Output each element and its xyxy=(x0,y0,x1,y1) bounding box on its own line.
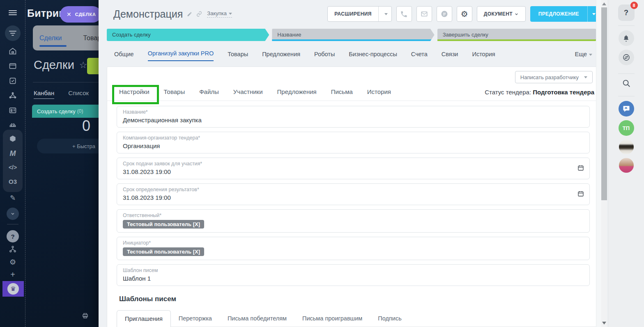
help-button[interactable]: ? 8 xyxy=(618,5,635,21)
user-chip[interactable]: Тестовый пользователь [X] xyxy=(123,220,204,229)
calendar-icon[interactable] xyxy=(577,190,584,199)
favorite-star-icon[interactable]: ☆ xyxy=(79,60,87,70)
onec-app-icon[interactable] xyxy=(437,6,452,22)
field-organizer-company[interactable]: Компания-организатор тендера* Организаци… xyxy=(117,132,590,153)
field-initiator[interactable]: Инициатор* Тестовый пользователь [X] xyxy=(117,237,590,260)
sign-icon[interactable]: ✎ xyxy=(0,194,25,202)
tender-tab-letters[interactable]: Письма xyxy=(331,88,353,95)
tpl-tab-invitations[interactable]: Приглашения xyxy=(117,310,171,327)
tab-proposals[interactable]: Предложения xyxy=(262,51,300,61)
tender-status: Статус тендера: Подготовка тендера xyxy=(485,89,594,96)
notifications-bell-button[interactable] xyxy=(619,30,634,46)
print-icon[interactable] xyxy=(82,312,89,321)
document-button[interactable]: ДОКУМЕНТ xyxy=(477,6,526,22)
tab-products[interactable]: Товары xyxy=(228,51,248,61)
marketing-icon[interactable]: M xyxy=(0,149,25,158)
call-button[interactable] xyxy=(396,6,412,22)
tab-more[interactable]: Еще xyxy=(575,51,592,61)
scrollbar-thumb[interactable] xyxy=(601,7,607,200)
tariff-crown-icon[interactable]: ♛ xyxy=(2,281,24,297)
stage-name[interactable]: Название xyxy=(272,29,434,41)
scroll-down-arrow[interactable] xyxy=(602,322,606,325)
tab-general[interactable]: Общие xyxy=(114,51,134,61)
tender-tab-proposals[interactable]: Предложения xyxy=(277,88,317,95)
menu-icon[interactable] xyxy=(0,9,25,16)
field-letter-template[interactable]: Шаблон писем Шаблон 1 xyxy=(117,264,590,286)
tab-products[interactable]: Товары xyxy=(83,34,99,42)
edit-pencil-icon[interactable] xyxy=(187,11,192,17)
deal-title[interactable]: Демонстрация xyxy=(113,8,183,20)
home-icon[interactable] xyxy=(0,47,25,55)
add-plus-icon[interactable]: + xyxy=(0,270,25,279)
field-application-deadline[interactable]: Срок подачи заявок для участия* 31.08.20… xyxy=(117,158,590,179)
deals-page-title: Сделки ☆ xyxy=(34,58,87,72)
tab-procurement-pro[interactable]: Организуй закупки PRO xyxy=(148,50,214,61)
vertical-scrollbar[interactable] xyxy=(601,0,607,327)
tender-tab-files[interactable]: Файлы xyxy=(199,88,219,95)
deal-category-selector[interactable]: Закупка xyxy=(207,10,232,18)
quick-deal-button[interactable]: + Быстра xyxy=(37,139,99,153)
tab-deals[interactable]: Сделки xyxy=(39,34,62,42)
user-chip[interactable]: Тестовый пользователь [X] xyxy=(123,247,204,256)
extensions-dropdown[interactable] xyxy=(378,7,391,21)
tab-business-processes[interactable]: Бизнес-процессы xyxy=(349,51,397,61)
settings-tab-highlight xyxy=(112,85,159,104)
proposal-split-button[interactable]: ПРЕДЛОЖЕНИЕ xyxy=(530,6,600,22)
stage-create-deal[interactable]: Создать сделку xyxy=(107,29,269,41)
network-icon[interactable] xyxy=(0,91,25,100)
code-icon[interactable]: </> xyxy=(0,164,25,171)
bitrix-logo[interactable]: Битрик xyxy=(27,7,64,19)
close-icon[interactable]: ✕ xyxy=(67,11,71,18)
divider xyxy=(618,96,635,96)
cube-icon[interactable] xyxy=(0,135,25,143)
view-tab-kanban[interactable]: Канбан xyxy=(34,89,54,99)
extensions-split-button[interactable]: РАСШИРЕНИЯ xyxy=(327,6,392,22)
helpdesk-icon[interactable]: ? xyxy=(0,230,25,242)
tpl-tab-rebidding[interactable]: Переторжка xyxy=(171,310,220,327)
sites-icon[interactable] xyxy=(0,62,25,70)
search-icon[interactable] xyxy=(622,79,631,89)
chat-avatar[interactable] xyxy=(619,139,634,154)
crm-card-icon[interactable] xyxy=(0,106,25,114)
o3-icon[interactable]: O3 xyxy=(0,178,25,185)
messenger-button[interactable] xyxy=(619,50,634,65)
email-button[interactable] xyxy=(416,6,432,22)
write-developer-button[interactable]: Написать разработчику xyxy=(515,71,593,83)
extensions-button[interactable]: РАСШИРЕНИЯ xyxy=(328,7,378,21)
tab-robots[interactable]: Роботы xyxy=(314,51,335,61)
slider-deal-chip[interactable]: ✕ СДЕЛКА xyxy=(60,6,101,23)
crm-section-tabs: Сделки Товары xyxy=(33,25,99,50)
tender-tab-participants[interactable]: Участники xyxy=(233,88,263,95)
add-deal-button[interactable] xyxy=(87,58,99,74)
scroll-up-arrow[interactable] xyxy=(602,2,606,5)
tpl-tab-losers[interactable]: Письма проигравшим xyxy=(294,310,370,327)
view-tab-list[interactable]: Список xyxy=(68,89,89,99)
calendar-icon[interactable] xyxy=(577,165,584,173)
tab-links[interactable]: Связи xyxy=(442,51,458,61)
tender-tab-history[interactable]: История xyxy=(367,88,391,95)
tpl-tab-winners[interactable]: Письма победителям xyxy=(220,310,294,327)
feed-icon[interactable] xyxy=(0,25,25,41)
tp-chat-avatar[interactable]: ТП xyxy=(619,120,634,136)
robot-icon[interactable] xyxy=(0,121,25,129)
kanban-column-header[interactable]: Создать сделку (0) xyxy=(32,105,99,118)
group-chat-button[interactable] xyxy=(619,101,634,117)
more-chevron-icon[interactable] xyxy=(0,208,25,220)
deal-slider: Демонстрация Закупка РАСШИРЕНИЯ ⚙ Д xyxy=(99,0,608,327)
user-avatar[interactable] xyxy=(619,158,634,173)
proposal-button[interactable]: ПРЕДЛОЖЕНИЕ xyxy=(530,6,587,22)
tender-tab-products[interactable]: Товары xyxy=(164,88,185,95)
chevron-down-icon xyxy=(589,54,592,56)
settings-gear-button[interactable]: ⚙ xyxy=(457,6,472,22)
settings-gear-icon[interactable]: ⚙ xyxy=(0,258,25,266)
field-responsible[interactable]: Ответственный* Тестовый пользователь [X] xyxy=(117,209,590,233)
tpl-tab-signature[interactable]: Подпись xyxy=(370,310,409,327)
stage-finish-deal[interactable]: Завершить сделку xyxy=(437,29,600,41)
copy-link-icon[interactable] xyxy=(196,11,202,17)
tab-history[interactable]: История xyxy=(472,51,495,61)
structure-icon[interactable] xyxy=(0,245,25,253)
field-results-deadline[interactable]: Срок определения результатов* 31.08.2023… xyxy=(117,183,590,205)
field-name[interactable]: Название* Демонстрационная закупка xyxy=(117,106,590,128)
tab-invoices[interactable]: Счета xyxy=(411,51,428,61)
tasks-icon[interactable] xyxy=(0,77,25,85)
